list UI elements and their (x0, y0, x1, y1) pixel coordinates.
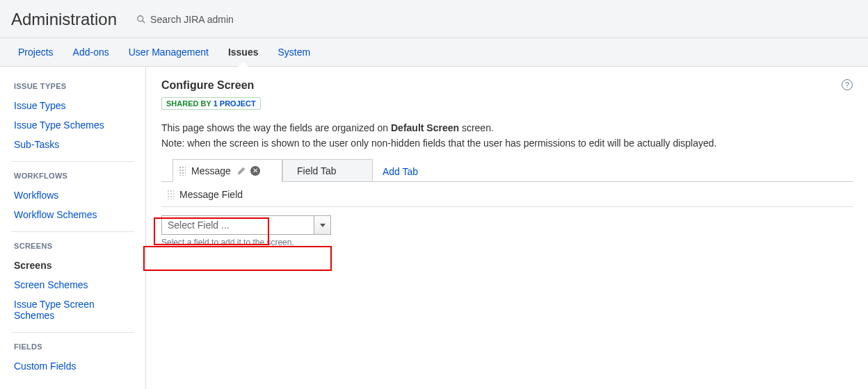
side-heading: SCREENS (14, 242, 134, 250)
sidebar-item-issue-types[interactable]: Issue Types (11, 96, 134, 115)
search-icon (136, 15, 146, 24)
desc-screen-name: Default Screen (391, 122, 459, 133)
desc-suffix: screen. (459, 122, 494, 133)
svg-point-0 (138, 16, 143, 22)
tab-label: Field Tab (297, 165, 337, 176)
tab-message[interactable]: Message ✕ (172, 159, 282, 182)
nav-projects[interactable]: Projects (11, 38, 61, 66)
nav-system[interactable]: System (271, 38, 318, 66)
admin-header: Administration Search JIRA admin (0, 0, 868, 38)
sidebar-item-screens[interactable]: Screens (11, 256, 134, 275)
side-group-issue-types: ISSUE TYPES Issue Types Issue Type Schem… (11, 82, 134, 162)
drag-handle-icon[interactable] (167, 190, 174, 199)
side-group-fields: FIELDS Custom Fields (11, 342, 134, 383)
tab-label: Message (191, 165, 231, 176)
field-label: Message Field (179, 189, 243, 200)
side-group-workflows: WORKFLOWS Workflows Workflow Schemes (11, 172, 134, 232)
screen-description: This page shows the way the fields are o… (161, 122, 853, 133)
add-tab-link[interactable]: Add Tab (383, 166, 418, 177)
nav-issues[interactable]: Issues (221, 38, 266, 66)
shared-by-prefix: SHARED BY (166, 99, 214, 108)
sidebar-item-screen-schemes[interactable]: Screen Schemes (11, 275, 134, 295)
add-field-select[interactable]: Select Field ... (161, 215, 853, 235)
desc-prefix: This page shows the way the fields are o… (161, 122, 391, 133)
side-heading: FIELDS (14, 342, 134, 351)
nav-user-management[interactable]: User Management (122, 38, 216, 66)
sidebar-item-workflows[interactable]: Workflows (11, 185, 134, 205)
tab-field-tab[interactable]: Field Tab (282, 159, 373, 182)
body: ISSUE TYPES Issue Types Issue Type Schem… (0, 67, 868, 389)
sidebar-item-custom-fields[interactable]: Custom Fields (11, 356, 134, 376)
search-placeholder: Search JIRA admin (150, 14, 234, 25)
sidebar-item-issue-type-schemes[interactable]: Issue Type Schemes (11, 115, 134, 135)
nav-addons[interactable]: Add-ons (66, 38, 116, 66)
sidebar: ISSUE TYPES Issue Types Issue Type Schem… (0, 67, 146, 389)
select-field-input[interactable]: Select Field ... (161, 215, 314, 235)
top-nav: Projects Add-ons User Management Issues … (0, 38, 868, 67)
field-row[interactable]: Message Field (161, 182, 853, 207)
highlight-field-row (143, 246, 332, 271)
side-heading: ISSUE TYPES (14, 82, 134, 90)
sidebar-item-workflow-schemes[interactable]: Workflow Schemes (11, 205, 134, 224)
help-icon[interactable]: ? (842, 79, 853, 90)
pencil-icon[interactable] (236, 166, 246, 176)
remove-icon[interactable]: ✕ (250, 166, 260, 176)
drag-handle-icon[interactable] (179, 166, 186, 176)
side-heading: WORKFLOWS (14, 172, 134, 180)
admin-title: Administration (11, 10, 117, 29)
shared-by-badge: SHARED BY 1 PROJECT (161, 97, 261, 110)
screen-tabs: Message ✕ Field Tab Add Tab (161, 158, 853, 182)
select-hint: Select a field to add it to the screen. (161, 238, 853, 247)
select-dropdown-button[interactable] (314, 215, 331, 235)
admin-search[interactable]: Search JIRA admin (136, 14, 234, 25)
chevron-down-icon (320, 224, 326, 227)
main-content: ? Configure Screen SHARED BY 1 PROJECT T… (146, 67, 868, 389)
page-title: Configure Screen (161, 79, 853, 92)
svg-line-1 (143, 21, 145, 24)
sidebar-item-sub-tasks[interactable]: Sub-Tasks (11, 135, 134, 154)
shared-by-link[interactable]: 1 PROJECT (214, 99, 256, 108)
side-group-screens: SCREENS Screens Screen Schemes Issue Typ… (11, 242, 134, 333)
screen-note: Note: when the screen is shown to the us… (161, 138, 853, 149)
sidebar-item-issue-type-screen-schemes[interactable]: Issue Type Screen Schemes (11, 295, 134, 325)
